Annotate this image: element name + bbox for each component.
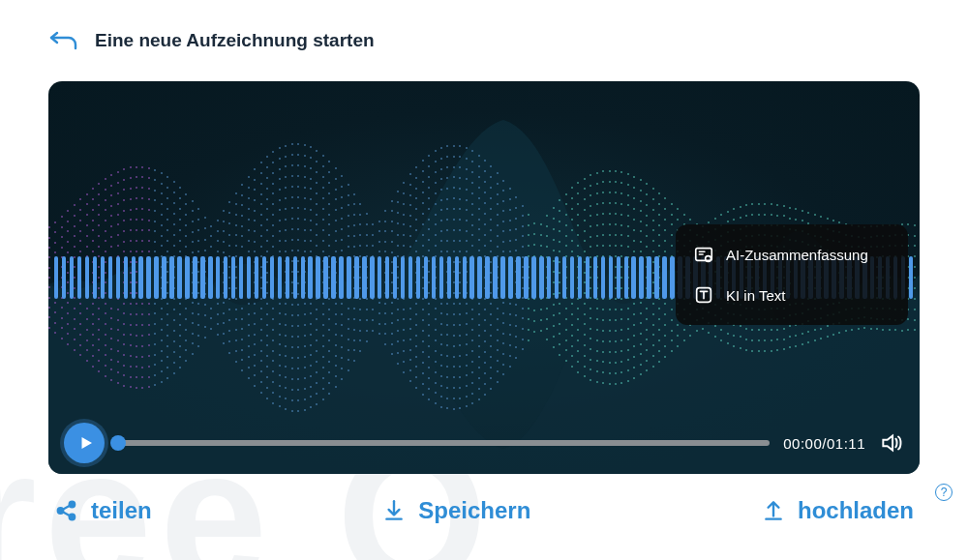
help-glyph: ? [941,486,948,499]
ai-menu: AI-Zusammenfassung KI in Text [676,224,908,325]
ai-summary-label: AI-Zusammenfassung [726,247,868,263]
upload-icon [761,498,786,523]
header: Eine neue Aufzeichnung starten [0,0,968,64]
seek-track[interactable] [118,440,770,446]
ki-text-option[interactable]: KI in Text [683,275,900,315]
upload-label: hochladen [798,497,914,524]
share-label: teilen [91,497,152,524]
audio-player: AI-Zusammenfassung KI in Text 00:00/01:1… [48,81,920,474]
volume-button[interactable] [879,430,904,456]
play-icon [77,434,95,452]
save-button[interactable]: Speichern [381,497,530,524]
share-button[interactable]: teilen [54,497,152,524]
share-icon [54,498,79,523]
time-current: 00:00 [783,435,822,452]
time-display: 00:00/01:11 [783,435,865,452]
download-icon [381,498,407,523]
back-button[interactable] [48,25,79,56]
text-icon [693,284,714,306]
time-total: 01:11 [827,435,865,452]
action-bar: teilen Speichern hochladen ? [0,474,968,524]
ai-summary-icon [693,244,714,265]
ai-summary-option[interactable]: AI-Zusammenfassung [683,234,900,275]
player-controls: 00:00/01:11 [48,412,920,474]
ki-text-label: KI in Text [726,287,785,304]
page-title: Eine neue Aufzeichnung starten [95,30,375,51]
svg-rect-0 [696,249,712,261]
undo-arrow-icon [49,30,78,51]
volume-icon [879,430,904,456]
help-button[interactable]: ? [935,484,953,501]
upload-button[interactable]: hochladen [761,497,914,524]
play-button[interactable] [64,423,105,463]
seek-thumb[interactable] [110,435,126,451]
save-label: Speichern [418,497,530,524]
